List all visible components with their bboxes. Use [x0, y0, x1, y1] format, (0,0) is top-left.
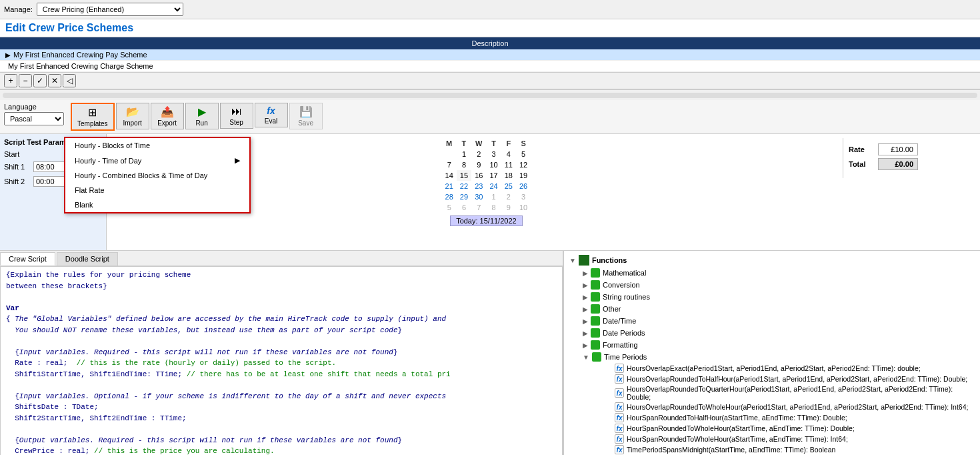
total-label: Total	[849, 160, 875, 168]
func-1[interactable]: fx HoursOverlapExact(aPeriod1Start, aPer…	[580, 363, 977, 374]
import-button[interactable]: 📂 Import	[116, 103, 149, 129]
func-2[interactable]: fx HoursOverlapRoundedToHalfHour(aPeriod…	[580, 374, 977, 384]
expand-arrow-icon: ▼	[583, 354, 589, 361]
template-hourly-blocks[interactable]: Hourly - Blocks of Time	[65, 138, 249, 153]
today-row: Today: 15/11/2022	[130, 215, 843, 226]
templates-button[interactable]: ⊞ Templates	[71, 103, 115, 131]
tab-doodle-script[interactable]: Doodle Script	[57, 252, 118, 266]
category-icon	[591, 304, 600, 314]
schemes-table: Description ▶ My First Enhanced Crewing …	[0, 37, 980, 73]
save-icon: 💾	[299, 105, 313, 118]
func-6[interactable]: fx HourSpanRoundedToWholeHour(aStartTime…	[580, 423, 977, 434]
eval-label: Eval	[265, 117, 277, 125]
language-select[interactable]: Pascal	[4, 112, 64, 125]
shift2-label: Shift 2	[4, 177, 31, 185]
expand-arrow-icon: ▶	[583, 330, 588, 337]
start-label: Start	[4, 150, 31, 158]
script-area: Crew Script Doodle Script {Explain the r…	[0, 251, 563, 455]
cal-week-2: 7 8 9 10 11 12	[442, 159, 531, 170]
category-datetime: ▶ Date/Time	[567, 315, 977, 327]
export-label: Export	[157, 119, 177, 127]
template-hourly-tod[interactable]: Hourly - Time of Day ▶	[65, 153, 249, 168]
page-title: Edit Crew Price Schemes	[0, 19, 980, 37]
cal-week-1: 1 2 3 4 5	[442, 149, 531, 159]
cal-week-6: 5 6 7 8 9 10	[442, 202, 531, 213]
export-button[interactable]: 📤 Export	[151, 103, 184, 129]
fx-icon: fx	[615, 402, 624, 412]
functions-root-icon	[579, 255, 589, 266]
fx-icon: fx	[615, 364, 624, 373]
category-mathematical: ▶ Mathematical	[567, 267, 977, 279]
category-other: ▶ Other	[567, 303, 977, 315]
category-icon	[592, 352, 601, 362]
cal-week-3: 14 15 16 17 18 19	[442, 170, 531, 181]
delete-row-button[interactable]: ✕	[48, 74, 61, 87]
save-button[interactable]: 💾 Save	[289, 103, 323, 129]
expand-arrow-icon: ▶	[583, 318, 588, 325]
script-editor[interactable]: {Explain the rules for your pricing sche…	[0, 266, 563, 455]
functions-title: Functions	[592, 256, 627, 264]
row-label: My First Enhanced Crewing Pay Scheme	[13, 51, 147, 59]
eval-icon: fx	[267, 105, 275, 116]
expand-arrow-icon: ▶	[583, 342, 588, 349]
main-toolbar: Language Pascal ⊞ Templates 📂 Import 📤 E…	[0, 100, 980, 134]
template-blank[interactable]: Blank	[65, 197, 249, 212]
category-icon	[591, 268, 600, 278]
templates-label: Templates	[77, 120, 108, 127]
category-formatting: ▶ Formatting	[567, 339, 977, 351]
step-button[interactable]: ⏭ Step	[220, 103, 253, 129]
run-icon: ▶	[198, 105, 206, 118]
rate-section: Rate £10.00 Total £0.00	[843, 138, 976, 178]
eval-button[interactable]: fx Eval	[255, 103, 288, 127]
fx-icon: fx	[615, 434, 624, 444]
tabs-bar: Crew Script Doodle Script	[0, 251, 563, 266]
import-icon: 📂	[126, 105, 139, 118]
fx-icon: fx	[615, 424, 624, 433]
remove-row-button[interactable]: −	[19, 74, 32, 87]
template-flat-rate[interactable]: Flat Rate	[65, 183, 249, 197]
fx-icon: fx	[615, 413, 624, 422]
top-bar: Manage: Crew Pricing (Enhanced)	[0, 0, 980, 19]
total-value: £0.00	[878, 158, 918, 170]
template-hourly-combined[interactable]: Hourly - Combined Blocks & Time of Day	[65, 168, 249, 183]
category-icon	[591, 328, 600, 338]
functions-collapse-icon[interactable]: ▼	[569, 257, 576, 264]
run-button[interactable]: ▶ Run	[185, 103, 219, 129]
scroll-row-button[interactable]: ◁	[63, 74, 76, 87]
category-timeperiods: ▼ Time Periods fx HoursOverlapExact(aPer…	[567, 351, 977, 455]
expand-arrow-icon: ▶	[583, 282, 588, 289]
tab-crew-script[interactable]: Crew Script	[0, 252, 55, 266]
manage-label: Manage:	[4, 5, 33, 13]
today-box: Today: 15/11/2022	[450, 215, 523, 226]
manage-select[interactable]: Crew Pricing (Enhanced)	[37, 3, 183, 16]
language-section: Language Pascal	[4, 103, 64, 125]
functions-header: ▼ Functions	[567, 254, 977, 267]
func-3[interactable]: fx HoursOverlapRoundedToQuarterHour(aPer…	[580, 384, 977, 402]
total-row: Total £0.00	[849, 158, 971, 170]
import-label: Import	[123, 119, 141, 127]
func-8[interactable]: fx TimePeriodSpansMidnight(aStartTime, a…	[580, 444, 977, 455]
cal-week-5: 28 29 30 1 2 3	[442, 191, 531, 202]
bottom-section: Crew Script Doodle Script {Explain the r…	[0, 251, 980, 455]
edit-row-button[interactable]: ✓	[33, 74, 47, 87]
row-arrow: ▶	[5, 51, 11, 59]
table-row[interactable]: ▶ My First Enhanced Crewing Pay Scheme	[0, 49, 980, 61]
toolbar-buttons: ⊞ Templates 📂 Import 📤 Export ▶ Run ⏭ St…	[71, 103, 323, 131]
calendar-table: M T W T F S 1 2 3	[442, 138, 531, 213]
func-7[interactable]: fx HourSpanRoundedToWholeHour(aStartTime…	[580, 434, 977, 444]
category-icon	[591, 280, 600, 290]
cal-header-t2: T	[486, 138, 501, 149]
row-label: My First Enhanced Crewing Charge Scheme	[8, 62, 153, 70]
table-header: Description	[0, 37, 980, 49]
cal-header-m: M	[442, 138, 457, 149]
func-5[interactable]: fx HourSpanRoundedToHalfHour(aStartTime,…	[580, 412, 977, 423]
category-conversion: ▶ Conversion	[567, 279, 977, 291]
submenu-arrow-icon: ▶	[235, 156, 240, 165]
templates-dropdown: Hourly - Blocks of Time Hourly - Time of…	[64, 137, 251, 213]
cal-header-w: W	[471, 138, 486, 149]
shift1-label: Shift 1	[4, 163, 31, 171]
table-row[interactable]: My First Enhanced Crewing Charge Scheme	[0, 61, 980, 72]
func-4[interactable]: fx HoursOverlapRoundedToWholeHour(aPerio…	[580, 402, 977, 412]
h-scrollbar[interactable]	[0, 89, 980, 100]
add-row-button[interactable]: +	[4, 74, 17, 87]
